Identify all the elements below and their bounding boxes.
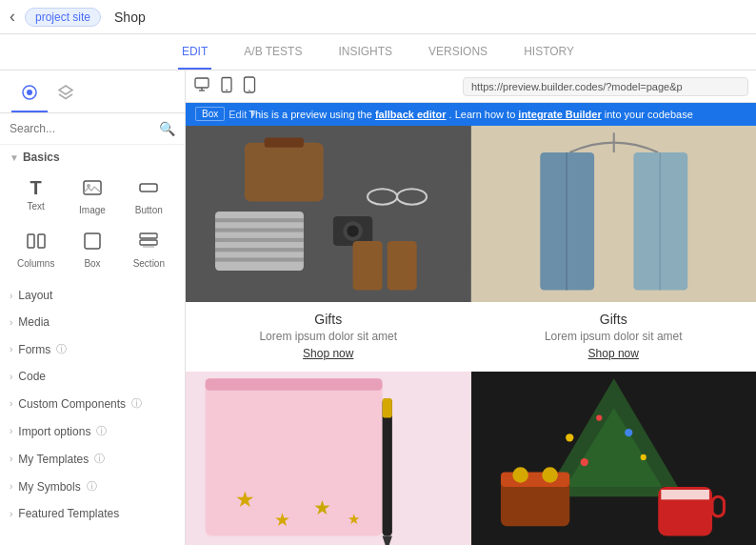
button-icon xyxy=(138,177,159,203)
component-columns[interactable]: Columns xyxy=(10,225,62,274)
edit-label: Edit xyxy=(229,109,247,120)
svg-rect-26 xyxy=(215,257,304,261)
columns-icon xyxy=(26,231,47,256)
sidebar-item-code[interactable]: › Code xyxy=(0,363,185,390)
device-icons xyxy=(193,76,256,96)
svg-rect-25 xyxy=(215,248,304,252)
chevron-right-icon: › xyxy=(10,317,12,328)
sidebar-item-my-templates[interactable]: › My Templates ⓘ xyxy=(0,445,185,473)
product-title-1: Gifts xyxy=(314,312,342,327)
svg-rect-20 xyxy=(265,137,304,147)
section-icon xyxy=(138,231,159,256)
svg-text:★: ★ xyxy=(348,511,360,527)
page-title: Shop xyxy=(114,10,146,25)
svg-rect-34 xyxy=(388,241,417,291)
svg-rect-23 xyxy=(215,228,304,232)
product-desc-2: Lorem ipsum dolor sit amet xyxy=(545,330,683,343)
svg-rect-6 xyxy=(38,234,45,248)
section-basics[interactable]: ▼ Basics xyxy=(0,145,185,168)
product-image-3: ★ ★ ★ ★ xyxy=(186,372,471,545)
svg-text:★: ★ xyxy=(235,487,255,512)
component-text-label: Text xyxy=(27,201,44,212)
mobile-icon[interactable] xyxy=(243,76,256,96)
svg-point-58 xyxy=(580,458,587,466)
project-pill[interactable]: project site xyxy=(25,8,101,27)
products-grid: Gifts Lorem ipsum dolor sit amet Shop no… xyxy=(186,126,756,545)
main-layout: 🔍 ▼ Basics T Text Image xyxy=(0,71,756,545)
search-input[interactable] xyxy=(10,122,159,135)
tab-insights[interactable]: INSIGHTS xyxy=(334,34,396,70)
sidebar-item-media[interactable]: › Media xyxy=(0,309,185,335)
url-input[interactable] xyxy=(463,77,748,96)
product-card-1: Gifts Lorem ipsum dolor sit amet Shop no… xyxy=(186,126,471,372)
svg-point-62 xyxy=(542,467,558,483)
svg-rect-45 xyxy=(383,398,392,418)
custom-components-label: Custom Components xyxy=(18,397,126,411)
sidebar-item-custom-components[interactable]: › Custom Components ⓘ xyxy=(0,390,185,417)
chevron-down-icon: ▼ xyxy=(10,152,19,163)
product-image-1 xyxy=(186,126,471,302)
sidebar-item-import-options[interactable]: › Import options ⓘ xyxy=(0,417,185,445)
sidebar-tab-components[interactable] xyxy=(11,78,48,112)
component-box[interactable]: Box xyxy=(66,225,118,274)
tablet-icon[interactable] xyxy=(218,76,235,96)
section-basics-label: Basics xyxy=(23,151,60,164)
component-section[interactable]: Section xyxy=(123,225,175,274)
banner-link-integrate[interactable]: integrate Builder xyxy=(518,109,601,120)
component-text[interactable]: T Text xyxy=(10,172,62,221)
svg-point-57 xyxy=(640,454,646,460)
svg-rect-8 xyxy=(140,233,157,238)
svg-rect-4 xyxy=(140,184,157,192)
product-image-2 xyxy=(471,126,757,302)
svg-rect-9 xyxy=(140,240,157,245)
banner-text: This is a preview using the xyxy=(249,109,375,120)
info-icon: ⓘ xyxy=(96,424,107,438)
edit-badge: Box Edit ▾ xyxy=(195,107,256,121)
component-button[interactable]: Button xyxy=(123,172,175,221)
back-button[interactable]: ‹ xyxy=(10,7,15,27)
my-templates-label: My Templates xyxy=(18,453,89,466)
svg-point-61 xyxy=(512,467,528,483)
banner-link-fallback[interactable]: fallback editor xyxy=(375,109,447,120)
search-bar: 🔍 xyxy=(0,113,185,145)
top-bar: ‹ project site Shop xyxy=(0,0,756,34)
text-icon: T xyxy=(30,177,42,199)
chevron-right-icon: › xyxy=(10,481,12,492)
edit-badge-box: Box xyxy=(195,107,225,121)
svg-point-56 xyxy=(625,429,632,436)
tab-history[interactable]: HISTORY xyxy=(520,34,578,70)
sidebar-item-featured-templates[interactable]: › Featured Templates xyxy=(0,500,185,527)
image-icon xyxy=(82,177,103,203)
tab-edit[interactable]: EDIT xyxy=(178,34,211,70)
svg-point-54 xyxy=(566,434,573,441)
svg-text:★: ★ xyxy=(313,496,331,518)
svg-point-15 xyxy=(226,90,228,91)
sidebar-tab-layers[interactable] xyxy=(48,78,84,112)
search-icon: 🔍 xyxy=(159,121,175,136)
component-grid: T Text Image Button xyxy=(0,168,185,282)
content-area: Box Edit ▾ This is a preview using the f… xyxy=(186,71,756,545)
desktop-icon[interactable] xyxy=(193,76,210,96)
svg-text:★: ★ xyxy=(274,510,290,530)
svg-rect-11 xyxy=(195,78,209,88)
chevron-right-icon: › xyxy=(10,372,12,382)
chevron-right-icon: › xyxy=(10,454,12,464)
url-bar xyxy=(186,71,756,103)
svg-rect-43 xyxy=(206,378,383,390)
featured-templates-label: Featured Templates xyxy=(18,507,119,520)
sidebar-item-layout[interactable]: › Layout xyxy=(0,282,185,309)
banner-middle: . Learn how to xyxy=(449,109,519,120)
tab-ab-tests[interactable]: A/B TESTS xyxy=(240,34,306,70)
my-symbols-label: My Symbols xyxy=(18,480,80,494)
component-image[interactable]: Image xyxy=(66,172,118,221)
product-link-2[interactable]: Shop now xyxy=(588,347,639,360)
sidebar-item-forms[interactable]: › Forms ⓘ xyxy=(0,335,185,363)
tab-bar: EDIT A/B TESTS INSIGHTS VERSIONS HISTORY xyxy=(0,34,756,71)
chevron-right-icon: › xyxy=(10,398,12,409)
sidebar-item-my-symbols[interactable]: › My Symbols ⓘ xyxy=(0,473,185,500)
product-title-2: Gifts xyxy=(600,312,627,327)
svg-point-1 xyxy=(27,90,32,95)
tab-versions[interactable]: VERSIONS xyxy=(425,34,491,70)
info-icon: ⓘ xyxy=(87,479,97,494)
product-link-1[interactable]: Shop now xyxy=(303,347,353,360)
